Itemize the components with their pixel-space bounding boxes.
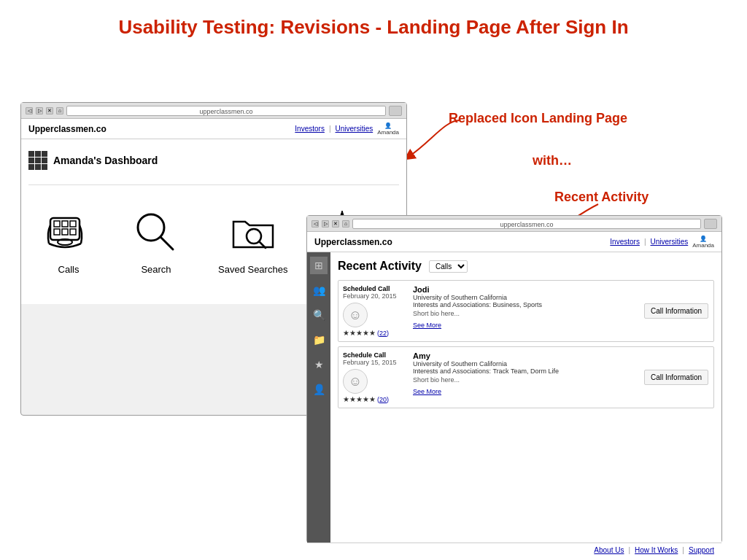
calls-label: Calls xyxy=(58,264,80,275)
see-more-1[interactable]: See More xyxy=(413,388,441,395)
search-btn-right[interactable] xyxy=(704,219,717,229)
svg-rect-3 xyxy=(62,221,68,227)
right-nav-links: Investors | Universities 👤 Amanda xyxy=(610,236,714,249)
activity-title: Recent Activity xyxy=(338,260,422,273)
svg-rect-2 xyxy=(54,221,60,227)
card-action-0: Call Information xyxy=(643,285,709,337)
svg-line-10 xyxy=(160,237,173,249)
call-btn-0[interactable]: Call Information xyxy=(644,303,708,319)
svg-rect-4 xyxy=(70,221,76,227)
folder-icon xyxy=(228,207,279,258)
back-btn-r[interactable]: ◁ xyxy=(311,220,319,228)
support-link[interactable]: Support xyxy=(689,546,714,554)
universities-link-right[interactable]: Universities xyxy=(651,238,689,246)
university-0: University of Southern California xyxy=(413,294,639,301)
search-btn-left[interactable] xyxy=(389,106,402,116)
forward-btn-r[interactable]: ▷ xyxy=(322,220,329,228)
main-content: Recent Activity Calls Scheduled Call Feb… xyxy=(330,252,721,542)
back-btn[interactable]: ◁ xyxy=(26,107,33,114)
activity-card-0: Scheduled Call February 20, 2015 ☺ ★★★★★… xyxy=(338,280,714,342)
bio-0: Short bio here... xyxy=(413,310,639,317)
card-type-0: Scheduled Call xyxy=(343,285,390,292)
annotation-with: with… xyxy=(533,153,572,168)
investors-link-left[interactable]: Investors xyxy=(295,125,325,133)
interests-0: Interests and Associations: Business, Sp… xyxy=(413,301,639,308)
stars-0: ★★★★★ (22) xyxy=(343,329,389,337)
card-info-0: Jodi University of Southern California I… xyxy=(413,285,639,337)
url-bar-right[interactable]: upperclassmen.co xyxy=(352,219,701,229)
dashboard-title: Amanda's Dashboard xyxy=(53,155,158,166)
sidebar-dashboard[interactable]: ⊞ xyxy=(310,257,328,274)
saved-searches-icon-item[interactable]: Saved Searches xyxy=(218,207,287,275)
grid-icon xyxy=(28,151,47,170)
sidebar-saved[interactable]: 📁 xyxy=(310,331,328,349)
footer-pipe1: | xyxy=(628,546,630,554)
card-date-0: February 20, 2015 xyxy=(343,292,397,300)
right-user-avatar: 👤 Amanda xyxy=(692,236,714,249)
star-count-1: (20) xyxy=(377,396,389,403)
sidebar-people[interactable]: 👥 xyxy=(310,281,328,299)
card-action-1: Call Information xyxy=(643,351,709,403)
interests-1: Interests and Associations: Track Team, … xyxy=(413,368,639,375)
card-info-1: Amy University of Southern California In… xyxy=(413,351,639,403)
home-btn[interactable]: ⌂ xyxy=(56,107,63,114)
recent-activity-area: ⊞ 👥 🔍 📁 ★ 👤 Recent Activity Calls Schedu… xyxy=(307,252,721,542)
search-label: Search xyxy=(141,264,171,275)
see-more-0[interactable]: See More xyxy=(413,322,441,329)
left-nav-links: Investors | Universities 👤 Amanda xyxy=(295,122,399,136)
close-btn-r[interactable]: ✕ xyxy=(332,220,339,228)
card-left-0: Scheduled Call February 20, 2015 ☺ ★★★★★… xyxy=(343,285,409,337)
investors-link-right[interactable]: Investors xyxy=(610,238,640,246)
forward-btn[interactable]: ▷ xyxy=(36,107,43,114)
activity-header: Recent Activity Calls xyxy=(338,260,714,273)
calls-icon-item[interactable]: Calls xyxy=(43,207,94,275)
phone-icon xyxy=(43,207,94,258)
right-browser: ◁ ▷ ✕ ⌂ upperclassmen.co Upperclassmen.c… xyxy=(306,215,722,543)
sidebar-nav: ⊞ 👥 🔍 📁 ★ 👤 xyxy=(307,252,330,542)
svg-rect-7 xyxy=(70,229,76,235)
right-site-nav: Upperclassmen.co Investors | Universitie… xyxy=(307,232,721,252)
star-count-0: (22) xyxy=(377,330,389,337)
url-bar-left[interactable]: upperclassmen.co xyxy=(66,106,386,116)
person-name-1: Amy xyxy=(413,351,639,360)
sidebar-star[interactable]: ★ xyxy=(310,356,328,373)
footer-nav: About Us | How It Works | Support xyxy=(307,542,721,557)
home-btn-r[interactable]: ⌂ xyxy=(342,220,349,228)
card-type-1: Schedule Call xyxy=(343,351,386,359)
call-btn-1[interactable]: Call Information xyxy=(644,370,708,385)
left-site-nav: Upperclassmen.co Investors | Universitie… xyxy=(21,119,406,139)
search-icon-item[interactable]: Search xyxy=(131,207,182,275)
search-icon xyxy=(131,207,182,258)
how-it-works-link[interactable]: How It Works xyxy=(635,546,678,554)
right-browser-toolbar: ◁ ▷ ✕ ⌂ upperclassmen.co xyxy=(307,216,721,232)
avatar-0: ☺ xyxy=(343,303,368,327)
page-title: Usability Testing: Revisions - Landing P… xyxy=(0,0,747,46)
annotation-replaced: Replaced Icon Landing Page xyxy=(449,111,627,126)
activity-filter[interactable]: Calls xyxy=(429,260,468,273)
left-logo: Upperclassmen.co xyxy=(28,124,107,134)
card-left-1: Schedule Call February 15, 2015 ☺ ★★★★★ … xyxy=(343,351,409,403)
avatar-1: ☺ xyxy=(343,369,368,394)
university-1: University of Southern California xyxy=(413,360,639,368)
about-us-link[interactable]: About Us xyxy=(594,546,624,554)
universities-link-left[interactable]: Universities xyxy=(336,125,374,133)
footer-pipe2: | xyxy=(682,546,684,554)
svg-rect-6 xyxy=(62,229,68,235)
person-name-0: Jodi xyxy=(413,285,639,294)
pipe2: | xyxy=(644,238,646,246)
sidebar-user[interactable]: 👤 xyxy=(310,381,328,398)
dashboard-header: Amanda's Dashboard xyxy=(28,147,399,185)
saved-searches-label: Saved Searches xyxy=(218,264,287,275)
sidebar-search[interactable]: 🔍 xyxy=(310,306,328,324)
bio-1: Short bio here... xyxy=(413,376,639,384)
card-date-1: February 15, 2015 xyxy=(343,359,397,366)
left-browser-toolbar: ◁ ▷ ✕ ⌂ upperclassmen.co xyxy=(21,103,406,119)
left-user-avatar: 👤 Amanda xyxy=(377,122,399,136)
svg-rect-5 xyxy=(54,229,60,235)
activity-card-1: Schedule Call February 15, 2015 ☺ ★★★★★ … xyxy=(338,346,714,408)
right-logo: Upperclassmen.co xyxy=(314,237,392,247)
stars-1: ★★★★★ (20) xyxy=(343,395,389,403)
pipe1: | xyxy=(329,125,331,133)
close-btn[interactable]: ✕ xyxy=(46,107,53,114)
